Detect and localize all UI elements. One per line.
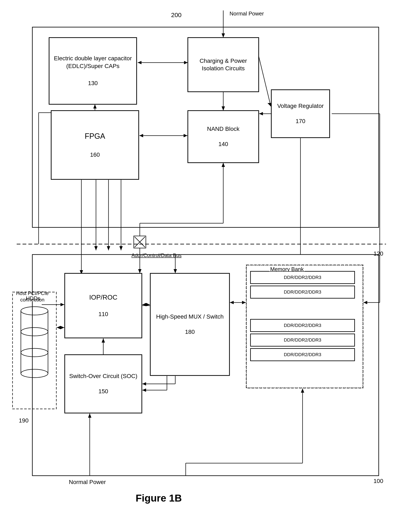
edlc-label: Electric double layer capacitor (EDLC)/S… <box>49 55 136 70</box>
normal-power-top: Normal Power <box>229 10 264 17</box>
nand-label: NAND Block <box>207 125 239 133</box>
svg-point-18 <box>21 307 48 315</box>
svg-marker-32 <box>184 61 188 64</box>
svg-marker-29 <box>222 33 225 38</box>
svg-marker-34 <box>222 106 225 111</box>
svg-marker-95 <box>222 163 225 167</box>
svg-point-20 <box>21 348 48 357</box>
svg-marker-87 <box>57 326 60 329</box>
fpga-ref: 160 <box>90 151 100 159</box>
svg-marker-91 <box>363 301 367 304</box>
mem-cell-3: DDR/DDR2/DDR3 <box>250 319 355 332</box>
charging-box: Charging & Power Isolation Circuits <box>188 38 259 92</box>
svg-rect-17 <box>12 292 56 409</box>
svg-point-21 <box>21 369 48 378</box>
ref-190: 190 <box>19 417 29 424</box>
iop-box: IOP/ROC 110 <box>65 273 142 338</box>
charging-label: Charging & Power Isolation Circuits <box>188 57 258 72</box>
svg-marker-41 <box>139 134 143 137</box>
voltage-label: Voltage Regulator <box>277 102 324 110</box>
svg-marker-71 <box>142 382 146 386</box>
svg-marker-54 <box>119 246 123 250</box>
edlc-box: Electric double layer capacitor (EDLC)/S… <box>49 38 137 104</box>
svg-marker-68 <box>230 301 234 304</box>
ref-120: 120 <box>373 250 383 257</box>
soc-box: Switch-Over Circuit (SOC) 150 <box>65 355 142 413</box>
diagram-container: 200 Electric double layer capacitor (EDL… <box>0 0 410 532</box>
svg-marker-76 <box>102 338 105 342</box>
iop-label: IOP/ROC <box>89 293 117 302</box>
ref-100: 100 <box>373 478 383 484</box>
ref-200: 200 <box>171 11 181 19</box>
mux-box: High-Speed MUX / Switch 180 <box>150 273 229 376</box>
mem-cell-2: DDR/DDR2/DDR3 <box>250 286 355 298</box>
svg-marker-82 <box>301 389 304 393</box>
host-pci-label: Host PCI/PCIe connection <box>6 290 58 303</box>
soc-label: Switch-Over Circuit (SOC) <box>69 372 137 380</box>
figure-label: Figure 1B <box>136 492 182 504</box>
nand-box: NAND Block 140 <box>188 111 259 163</box>
edlc-ref: 130 <box>88 79 98 87</box>
svg-marker-84 <box>60 303 64 306</box>
mem-cell-4: DDR/DDR2/DDR3 <box>250 334 355 346</box>
svg-marker-59 <box>138 269 142 273</box>
svg-marker-31 <box>138 61 142 64</box>
svg-point-19 <box>21 328 48 336</box>
svg-marker-40 <box>184 134 187 137</box>
mux-ref: 180 <box>185 328 195 336</box>
svg-marker-38 <box>259 112 263 115</box>
soc-ref: 150 <box>98 388 108 395</box>
svg-marker-78 <box>88 414 91 418</box>
svg-line-35 <box>259 56 271 106</box>
svg-marker-52 <box>107 246 110 250</box>
voltage-box: Voltage Regulator 170 <box>271 90 330 138</box>
svg-marker-43 <box>93 104 97 108</box>
svg-marker-61 <box>174 269 177 273</box>
nand-ref: 140 <box>219 140 228 148</box>
mux-label: High-Speed MUX / Switch <box>156 313 224 321</box>
iop-ref: 110 <box>98 310 108 318</box>
svg-marker-86 <box>60 326 64 329</box>
mem-cell-1: DDR/DDR2/DDR3 <box>250 271 355 284</box>
svg-marker-74 <box>142 389 146 392</box>
fpga-box: FPGA 160 <box>51 111 139 180</box>
mem-cell-5: DDR/DDR2/DDR3 <box>250 348 355 361</box>
normal-power-bottom: Normal Power <box>69 479 106 485</box>
addr-bus-label: Addr/Control/Data Bus <box>132 252 181 258</box>
svg-marker-50 <box>94 246 98 250</box>
voltage-ref: 170 <box>296 117 305 125</box>
svg-marker-67 <box>242 301 246 304</box>
fpga-label: FPGA <box>85 132 105 141</box>
